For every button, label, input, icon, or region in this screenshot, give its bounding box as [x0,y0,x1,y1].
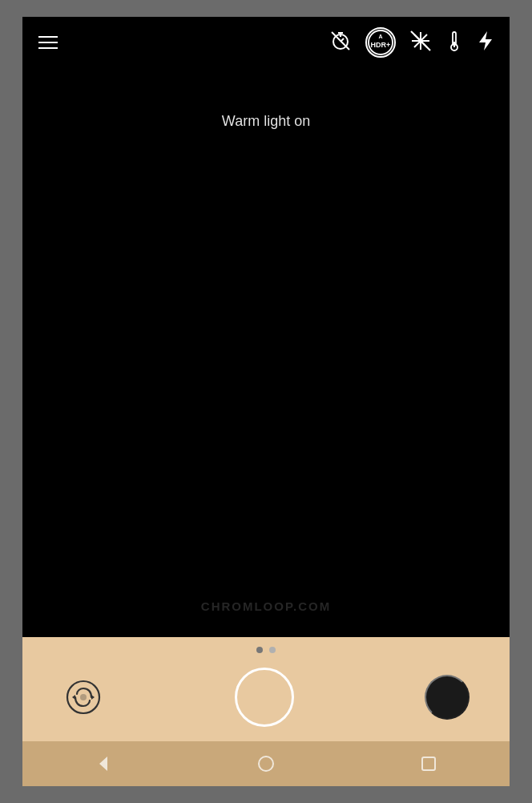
toolbar-right: A HDR+ [330,27,494,58]
page-dots [256,637,276,660]
page-dot-1[interactable] [256,647,263,653]
thermometer-icon[interactable] [445,30,463,54]
svg-line-4 [341,38,344,42]
back-button[interactable] [95,755,112,773]
shutter-button[interactable] [235,668,294,727]
timer-off-icon[interactable] [330,30,351,54]
svg-text:A: A [378,34,382,39]
svg-marker-19 [72,695,75,700]
svg-point-22 [259,757,273,771]
camera-controls-row [22,660,510,741]
svg-rect-23 [422,757,435,770]
svg-point-20 [80,694,87,700]
camera-viewfinder: Warm light on CHROMLOOP.COM [22,17,510,637]
svg-text:HDR+: HDR+ [371,41,391,49]
bottom-controls [22,637,510,741]
page-dot-2[interactable] [269,647,276,653]
flip-camera-button[interactable] [62,676,104,718]
hdr-plus-icon[interactable]: A HDR+ [365,27,396,58]
phone-frame: A HDR+ [22,17,510,786]
svg-marker-18 [91,695,95,700]
toolbar: A HDR+ [22,17,510,68]
last-photo-thumbnail[interactable] [425,675,470,720]
watermark: CHROMLOOP.COM [201,599,331,613]
toolbar-left [38,36,58,49]
svg-marker-16 [479,31,492,50]
svg-marker-21 [99,757,107,771]
navigation-bar [22,741,510,786]
warm-light-label: Warm light on [222,113,310,130]
recents-button[interactable] [420,755,437,773]
home-button[interactable] [257,755,275,773]
scene-mode-icon[interactable] [410,30,431,54]
menu-button[interactable] [38,36,58,49]
flash-icon[interactable] [478,30,494,55]
